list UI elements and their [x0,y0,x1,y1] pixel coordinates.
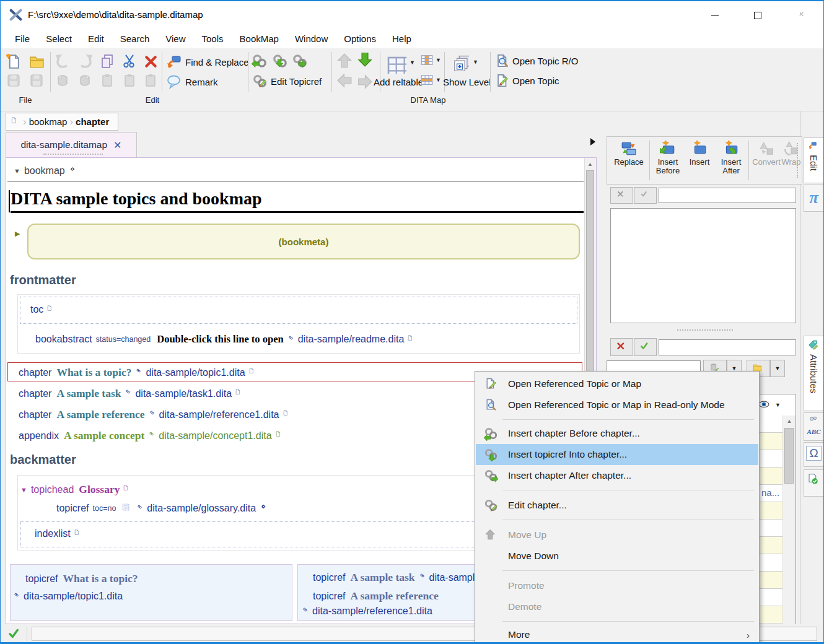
chapter-row-3[interactable]: chapter A sample reference dita-sample/r… [19,408,292,421]
save-all-button[interactable] [28,72,45,89]
menu-options[interactable]: Options [336,31,384,46]
move-up-button[interactable] [336,52,353,69]
insert-topicref-after-button[interactable] [291,53,309,70]
tab-pi[interactable]: π [804,185,824,212]
menu-edit[interactable]: Edit [80,31,112,46]
insert-row-dropdown[interactable]: ▼ [436,77,441,83]
gear-icon[interactable] [261,504,270,513]
attr-apply-button[interactable] [634,338,657,356]
new-document-button[interactable] [5,53,22,70]
appendix-row[interactable]: appendix A sample concept dita-sample/co… [19,429,284,442]
find-replace-label[interactable]: Find & Replace [185,57,249,67]
scrollbar-thumb[interactable] [784,428,794,484]
replace-tool-button[interactable]: Replace [611,141,647,167]
undo-button[interactable] [54,53,71,70]
open-topic-ro-label[interactable]: Open Topic R/O [512,56,578,66]
demote-button[interactable] [357,73,375,90]
remark-label[interactable]: Remark [185,77,218,87]
tab-close-icon[interactable]: ✕ [113,139,121,151]
insert-topicref-before-button[interactable] [251,53,268,70]
show-level-label[interactable]: Show Level [443,77,491,87]
breadcrumb-item-chapter[interactable]: chapter [76,116,109,127]
tab-edit[interactable]: Edit [804,137,824,183]
copy-button[interactable] [99,53,116,70]
chapter-row-2[interactable]: chapter A sample task dita-sample/task1.… [19,387,244,400]
menu-item-edit-chapter[interactable]: Edit chapter... [476,495,758,516]
tab-characters[interactable]: Ω [804,442,824,467]
open-topic-ro-button[interactable] [494,53,509,68]
topicref-href[interactable]: dita-sample/reference1.dita [312,606,432,617]
glossary-href[interactable]: dita-sample/glossary.dita [147,503,256,514]
glossary-topicref-row[interactable]: topicref toc=no dita-sample/glossary.dit… [56,503,270,514]
tab-spellcheck[interactable]: ABC [804,412,824,441]
attr-value-input[interactable] [659,339,796,355]
panel-splitter[interactable] [677,329,733,331]
reltable-cell-1[interactable]: topicref What is a topic? dita-sample/to… [10,564,292,621]
attr-file-dropdown[interactable]: ▼ [770,360,785,377]
menu-item-open-referenced[interactable]: Open Referenced Topic or Map [476,373,758,394]
move-down-button[interactable] [357,52,375,69]
chapter-row-1[interactable]: chapter What is a topic? dita-sample/top… [19,366,258,379]
open-document-button[interactable] [28,53,45,70]
menu-select[interactable]: Select [38,31,80,46]
chapter-href[interactable]: dita-sample/topic1.dita [146,367,245,378]
cut-button[interactable] [121,53,138,70]
topichead-toggle-icon[interactable]: ▼ [20,486,27,494]
menu-item-open-referenced-ro[interactable]: Open Referenced Topic or Map in Read-onl… [476,394,758,416]
book-title[interactable]: DITA sample topics and bookmap [11,189,584,213]
tab-overflow-icon[interactable] [590,138,595,146]
paste-button[interactable] [99,72,116,89]
tab-attributes[interactable]: Attributes [804,336,824,411]
open-topic-label[interactable]: Open Topic [512,76,559,86]
undo-history-button[interactable] [54,72,71,89]
bookmeta-toggle-icon[interactable]: ▶ [15,230,20,238]
attr-cancel-button[interactable] [610,338,633,356]
menu-item-insert-after[interactable]: Insert chapter After chapter... [476,465,758,486]
tab-dita-sample[interactable]: dita-sample.ditamap ✕ [6,132,137,157]
add-reltable-dropdown[interactable]: ▼ [410,59,415,66]
attr-scrollbar[interactable]: ▲ ▼ [782,416,796,644]
menu-item-move-up[interactable]: Move Up [476,524,758,546]
root-element-header[interactable]: ▼ bookmap [14,165,79,176]
edit-topicref-label[interactable]: Edit Topicref [271,76,322,87]
redo-history-button[interactable] [76,72,94,89]
chapter-href[interactable]: dita-sample/task1.dita [135,388,232,399]
open-topic-button[interactable] [494,73,509,88]
edit-input[interactable] [659,188,796,203]
insert-column-dropdown[interactable]: ▼ [436,57,441,63]
frontmatter-heading[interactable]: frontmatter [10,273,76,287]
add-reltable-label[interactable]: Add reltable [374,77,423,87]
menu-tools[interactable]: Tools [194,31,232,46]
bookabstract-href[interactable]: dita-sample/readme.dita [298,334,405,345]
menu-item-insert-before[interactable]: Insert chapter Before chapter... [476,423,758,444]
toc-row[interactable]: toc [20,297,577,324]
menu-item-demote[interactable]: Demote [476,596,758,617]
breadcrumb-item-bookmap[interactable]: bookmap [29,116,68,127]
wrap-tool-button[interactable]: Wrap [779,141,803,167]
add-reltable-button[interactable] [385,52,407,74]
scroll-up-icon[interactable]: ▲ [783,418,796,424]
menu-bookmap[interactable]: BookMap [232,31,287,46]
menu-window[interactable]: Window [287,31,336,46]
scroll-up-icon[interactable]: ▲ [585,161,595,167]
edit-list-box[interactable] [610,208,796,323]
close-button[interactable] [789,6,817,25]
redo-button[interactable] [76,53,94,70]
find-replace-button[interactable] [165,53,183,71]
menu-search[interactable]: Search [112,31,158,46]
gear-icon[interactable] [70,167,79,175]
menu-file[interactable]: File [7,31,38,46]
paste-before-button[interactable] [121,72,138,89]
tab-validate[interactable] [804,469,824,497]
topichead-row[interactable]: ▼ topichead Glossary [20,483,132,496]
bookmeta-collapsed[interactable]: (bookmeta) [27,224,580,259]
chapter-href[interactable]: dita-sample/reference1.dita [159,409,279,420]
menu-item-promote[interactable]: Promote [476,575,758,596]
bookabstract-row[interactable]: bookabstract status=changed Double-click… [35,333,416,346]
menu-help[interactable]: Help [384,31,419,46]
appendix-href[interactable]: dita-sample/concept1.dita [159,430,271,442]
edit-apply-button[interactable] [634,187,657,204]
insert-after-tool-button[interactable]: Insert After [715,141,747,175]
show-level-dropdown[interactable]: ▼ [473,59,478,65]
show-level-button[interactable] [452,54,469,71]
